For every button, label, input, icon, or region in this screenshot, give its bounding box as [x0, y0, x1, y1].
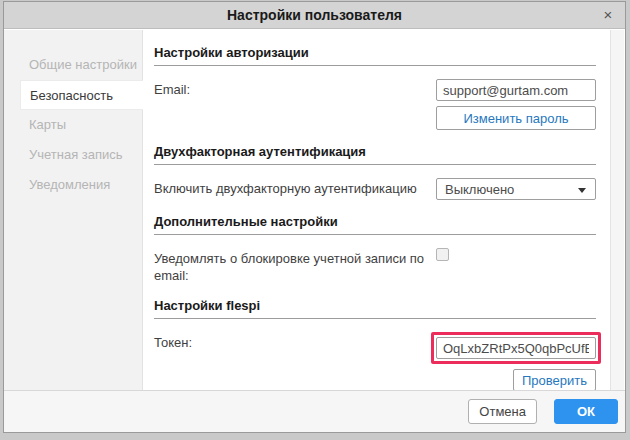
verify-token-button[interactable]: Проверить	[513, 369, 596, 390]
token-field[interactable]	[436, 337, 596, 359]
sidebar-item-security[interactable]: Безопасность	[20, 80, 143, 110]
settings-sidebar: Общие настройки Безопасность Карты Учетн…	[4, 30, 143, 390]
close-icon[interactable]: ×	[599, 6, 617, 24]
sidebar-item-general[interactable]: Общие настройки	[4, 50, 142, 80]
token-controls: Проверить	[436, 332, 596, 390]
email-label: Email:	[154, 79, 190, 130]
email-controls: Изменить пароль	[436, 79, 596, 130]
token-label: Токен:	[154, 332, 192, 390]
block-notify-row: Уведомлять о блокировке учетной записи п…	[154, 248, 596, 284]
section-header-authorization: Настройки авторизации	[154, 45, 596, 66]
dialog-title: Настройки пользователя	[227, 7, 402, 23]
two-factor-label: Включить двухфакторную аутентификацию	[154, 178, 417, 200]
sidebar-item-maps[interactable]: Карты	[4, 110, 142, 140]
change-password-button[interactable]: Изменить пароль	[436, 106, 596, 130]
cancel-button[interactable]: Отмена	[468, 399, 537, 424]
two-factor-row: Включить двухфакторную аутентификацию Вы…	[154, 178, 596, 200]
sidebar-item-account[interactable]: Учетная запись	[4, 140, 142, 170]
two-factor-select[interactable]: Выключено	[436, 178, 596, 200]
token-highlight-annotation	[431, 332, 601, 364]
email-row: Email: Изменить пароль	[154, 79, 596, 130]
block-notify-label: Уведомлять о блокировке учетной записи п…	[154, 248, 436, 284]
dialog-footer: Отмена ОК	[4, 390, 625, 432]
section-header-additional: Дополнительные настройки	[154, 214, 596, 235]
settings-content: Настройки авторизации Email: Изменить па…	[144, 30, 610, 390]
ok-button[interactable]: ОК	[554, 399, 618, 424]
two-factor-controls: Выключено	[436, 178, 596, 200]
email-field[interactable]	[436, 79, 596, 101]
section-header-two-factor: Двухфакторная аутентификация	[154, 144, 596, 165]
token-row: Токен: Проверить	[154, 332, 596, 390]
chevron-down-icon	[578, 188, 586, 193]
scrollbar-track[interactable]	[610, 30, 624, 390]
block-notify-controls	[436, 248, 596, 284]
section-header-flespi: Настройки flespi	[154, 298, 596, 319]
sidebar-item-notifications[interactable]: Уведомления	[4, 170, 142, 200]
two-factor-selected-value: Выключено	[445, 182, 514, 197]
dialog-titlebar: Настройки пользователя ×	[4, 2, 625, 29]
block-notify-checkbox[interactable]	[436, 248, 449, 261]
user-settings-dialog: Настройки пользователя × Общие настройки…	[3, 1, 626, 433]
